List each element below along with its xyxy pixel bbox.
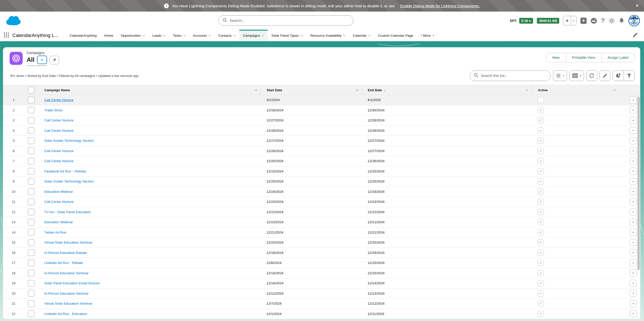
row-actions-menu-button[interactable]: ▾ — [630, 269, 637, 277]
list-view-controls-button[interactable]: ▾ — [553, 70, 567, 81]
new-button[interactable]: New — [546, 53, 566, 62]
campaign-name-link[interactable]: Call Center Nurture — [44, 129, 73, 132]
caret-down-icon[interactable]: ▾ — [433, 34, 434, 37]
row-checkbox[interactable] — [28, 290, 34, 297]
global-search[interactable] — [218, 15, 353, 26]
notifications-bell-icon[interactable] — [619, 18, 625, 24]
charts-button[interactable] — [613, 71, 624, 81]
nav-tab-calendaranything[interactable]: CalendarAnything — [66, 30, 100, 41]
campaign-name-link[interactable]: Solar Panel Education Email Nurture — [44, 281, 100, 285]
row-actions-menu-button[interactable]: ▾ — [630, 117, 637, 124]
column-header-active[interactable]: Active — [532, 85, 619, 95]
row-actions-menu-button[interactable]: ▾ — [630, 127, 637, 134]
scrollbar-thumb[interactable] — [637, 97, 640, 270]
chevron-down-icon[interactable] — [183, 34, 186, 36]
row-actions-menu-button[interactable]: ▾ — [630, 97, 637, 104]
row-checkbox[interactable] — [28, 188, 34, 195]
campaign-name-link[interactable]: Trade Show — [44, 108, 62, 112]
row-checkbox[interactable] — [28, 260, 34, 266]
campaign-name-link[interactable]: Education Webinar — [44, 190, 73, 194]
edit-nav-pencil-icon[interactable] — [632, 32, 638, 39]
row-actions-menu-button[interactable]: ▾ — [630, 290, 637, 297]
chevron-down-icon[interactable] — [209, 34, 211, 36]
row-checkbox[interactable] — [28, 127, 34, 134]
nav-tab-solar-panel-types[interactable]: Solar Panel Types — [268, 30, 306, 41]
column-header-end-date[interactable]: End Date ↓ — [361, 85, 532, 95]
nav-tab-calendar[interactable]: Calendar — [349, 30, 374, 41]
row-checkbox[interactable] — [28, 178, 34, 185]
nav-tab-contacts[interactable]: Contacts — [214, 30, 239, 41]
row-actions-menu-button[interactable]: ▾ — [630, 107, 637, 114]
campaign-name-link[interactable]: In-Person Education Rebate — [44, 251, 87, 255]
refresh-button[interactable] — [586, 70, 597, 81]
nav-tab-accounts[interactable]: Accounts — [189, 30, 215, 41]
row-actions-menu-button[interactable]: ▾ — [630, 249, 637, 256]
enable-debug-mode-link[interactable]: Enable Debug Mode for Lightning Componen… — [400, 4, 480, 8]
nav-tab--more[interactable]: * More▾ — [417, 30, 438, 41]
row-checkbox[interactable] — [28, 199, 34, 205]
row-actions-menu-button[interactable]: ▾ — [630, 188, 637, 195]
campaign-name-link[interactable]: Solar Insider Technology Section — [44, 139, 94, 143]
row-actions-menu-button[interactable]: ▾ — [630, 147, 637, 154]
row-checkbox[interactable] — [28, 117, 34, 124]
row-checkbox[interactable] — [28, 97, 34, 103]
campaign-name-link[interactable]: Call Center Nurture — [44, 118, 73, 122]
column-header-campaign-name[interactable]: Campaign Name — [38, 85, 260, 95]
row-checkbox[interactable] — [28, 137, 34, 144]
list-search[interactable] — [470, 70, 551, 81]
list-search-input[interactable] — [481, 74, 544, 78]
row-actions-menu-button[interactable]: ▾ — [630, 158, 637, 165]
row-checkbox[interactable] — [28, 158, 34, 164]
campaign-name-link[interactable]: In-Person Education Seminar — [44, 271, 89, 275]
row-actions-menu-button[interactable]: ▾ — [630, 229, 637, 236]
chevron-down-icon[interactable] — [613, 88, 616, 91]
list-view-selector[interactable]: All ▾ — [27, 56, 47, 66]
help-icon[interactable]: ? — [601, 17, 605, 24]
avatar[interactable] — [628, 15, 640, 26]
row-checkbox[interactable] — [28, 219, 34, 225]
favorites-button[interactable]: ★ ▾ — [563, 16, 577, 25]
row-actions-menu-button[interactable]: ▾ — [630, 259, 637, 266]
chevron-down-icon[interactable] — [368, 34, 371, 36]
campaign-name-link[interactable]: Call Center Nurture — [44, 159, 73, 163]
chevron-down-icon[interactable] — [526, 88, 529, 91]
list-view-name[interactable]: All — [27, 56, 34, 63]
nav-tab-opportunities[interactable]: Opportunities — [117, 30, 148, 41]
campaign-name-link[interactable]: Virtual Solar Education Seminar — [44, 241, 92, 244]
row-checkbox[interactable] — [28, 280, 34, 287]
campaign-name-link[interactable]: Facebook Ad Run – Rebate — [44, 169, 86, 173]
column-header-start-date[interactable]: Start Date — [260, 85, 361, 95]
row-actions-menu-button[interactable]: ▾ — [630, 168, 637, 175]
row-checkbox[interactable] — [28, 107, 34, 113]
row-checkbox[interactable] — [28, 209, 34, 215]
campaign-name-link[interactable]: Solar Insider Technology Section — [44, 179, 94, 183]
row-checkbox[interactable] — [28, 229, 34, 236]
row-checkbox[interactable] — [28, 168, 34, 174]
chevron-down-icon[interactable] — [255, 88, 257, 91]
row-checkbox[interactable] — [28, 239, 34, 246]
chevron-down-icon[interactable] — [262, 34, 264, 36]
filters-button[interactable] — [624, 71, 634, 81]
list-view-dropdown-button[interactable]: ▾ — [37, 56, 47, 64]
assign-label-button[interactable]: Assign Label — [601, 53, 634, 62]
printable-view-button[interactable]: Printable View — [566, 53, 601, 62]
chevron-down-icon[interactable] — [343, 34, 346, 36]
nav-tab-leads[interactable]: Leads — [148, 30, 169, 41]
setup-gear-icon[interactable] — [609, 18, 615, 24]
row-actions-menu-button[interactable]: ▾ — [630, 137, 637, 144]
campaign-name-link[interactable]: Call Center Nurture — [44, 98, 73, 102]
campaign-name-link[interactable]: Call Center Nurture — [44, 149, 73, 153]
display-as-button[interactable]: ▾ — [569, 70, 584, 81]
campaign-name-link[interactable]: In-Person Education Seminar — [44, 292, 89, 295]
vertical-scrollbar[interactable] — [637, 95, 640, 319]
nav-tab-custom-calendar-page[interactable]: Custom Calendar Page — [374, 30, 417, 41]
close-icon[interactable]: ✕ — [635, 3, 639, 8]
row-checkbox[interactable] — [28, 148, 34, 154]
chevron-down-icon[interactable] — [233, 34, 236, 36]
quick-create-button[interactable]: + — [580, 18, 587, 24]
row-checkbox[interactable] — [28, 300, 34, 307]
nav-tab-home[interactable]: Home — [100, 30, 117, 41]
campaign-name-link[interactable]: Twitter Ad Run — [44, 231, 66, 234]
nav-tab-resource-availability[interactable]: Resource Availability — [306, 30, 349, 41]
chevron-down-icon[interactable] — [163, 34, 166, 36]
